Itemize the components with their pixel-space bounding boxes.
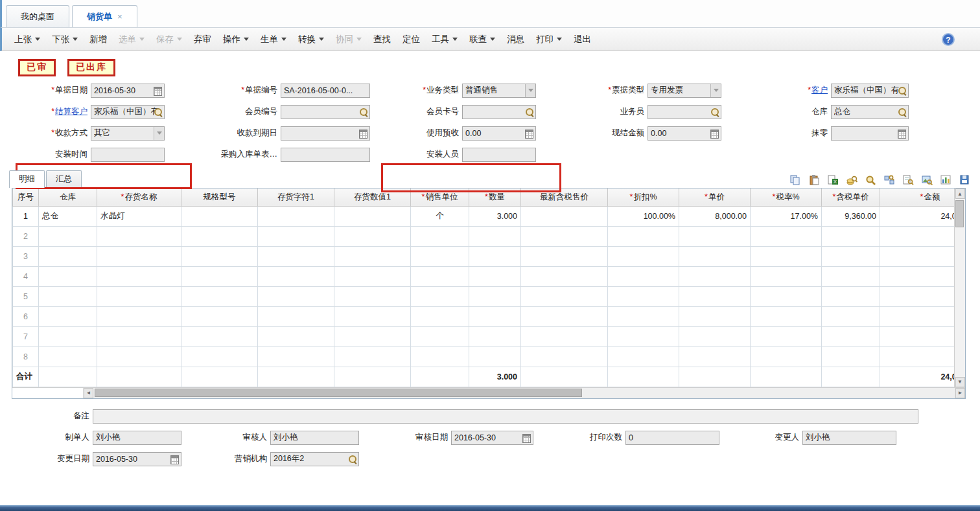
cell[interactable] <box>181 346 258 367</box>
cell[interactable] <box>411 326 469 346</box>
cell[interactable] <box>39 326 97 346</box>
cell[interactable] <box>521 266 608 286</box>
cell[interactable] <box>258 206 334 226</box>
column-header-0[interactable]: 序号 <box>13 188 39 206</box>
cell[interactable] <box>181 206 258 226</box>
cell[interactable] <box>181 266 258 286</box>
pay-method-select[interactable]: 其它 <box>91 126 165 141</box>
cell[interactable] <box>469 286 521 306</box>
cell[interactable] <box>97 266 181 286</box>
vertical-scrollbar[interactable]: ▲ ▼ <box>954 188 965 387</box>
toolbar-item-16[interactable]: 退出 <box>568 30 597 49</box>
cell[interactable] <box>258 286 334 306</box>
maker-field[interactable]: 刘小艳 <box>93 431 181 445</box>
customer-field[interactable]: 家乐福（中国）有 <box>831 84 909 98</box>
toolbar-item-1[interactable]: 下张 <box>46 30 84 49</box>
cell[interactable] <box>469 346 521 367</box>
cell[interactable] <box>822 226 880 246</box>
toolbar-item-11[interactable]: 定位 <box>397 30 426 49</box>
toolbar-item-7[interactable]: 生单 <box>255 30 292 49</box>
install-time-field[interactable] <box>91 148 165 162</box>
cell[interactable] <box>521 346 608 367</box>
cell[interactable] <box>880 286 955 306</box>
rounding-field[interactable] <box>831 126 909 141</box>
toolbar-item-2[interactable]: 新增 <box>84 30 113 49</box>
cell[interactable] <box>181 326 258 346</box>
cell[interactable] <box>39 266 97 286</box>
cell[interactable] <box>608 346 679 367</box>
cell[interactable] <box>181 226 258 246</box>
cell[interactable] <box>469 266 521 286</box>
cell[interactable] <box>334 326 411 346</box>
cell[interactable] <box>751 246 822 266</box>
cell[interactable] <box>39 226 97 246</box>
batch-replace-icon[interactable] <box>883 174 896 186</box>
purchase-in-field[interactable] <box>281 148 370 162</box>
member-no-field[interactable] <box>281 105 370 119</box>
toolbar-item-12[interactable]: 工具 <box>426 30 463 49</box>
cell[interactable] <box>521 206 608 226</box>
cell[interactable] <box>822 266 880 286</box>
invoice-type-select[interactable]: 专用发票 <box>648 84 721 98</box>
cell[interactable]: 8 <box>13 346 39 367</box>
cell[interactable]: 9,360.00 <box>822 206 880 226</box>
find-icon[interactable] <box>864 174 877 186</box>
cell[interactable] <box>608 246 679 266</box>
cell[interactable] <box>411 266 469 286</box>
toolbar-item-14[interactable]: 消息 <box>501 30 530 49</box>
search-icon[interactable] <box>898 87 906 95</box>
customer-label[interactable]: *客户 <box>744 85 831 96</box>
prepaid-field[interactable]: 0.00 <box>462 126 536 141</box>
cell[interactable] <box>822 286 880 306</box>
installer-field[interactable] <box>462 148 536 162</box>
column-header-3[interactable]: 规格型号 <box>181 188 258 206</box>
cell[interactable]: 3.000 <box>469 206 521 226</box>
cell[interactable] <box>521 286 608 306</box>
cell[interactable]: 100.00% <box>608 206 679 226</box>
cell[interactable] <box>679 226 751 246</box>
cell[interactable] <box>679 266 751 286</box>
column-header-8[interactable]: 最新含税售价 <box>521 188 608 206</box>
cell[interactable] <box>751 326 822 346</box>
cell[interactable] <box>822 346 880 367</box>
cell[interactable] <box>608 266 679 286</box>
cell[interactable] <box>97 226 181 246</box>
scroll-right-icon[interactable]: ► <box>955 388 965 398</box>
column-header-2[interactable]: *存货名称 <box>97 188 181 206</box>
export-excel-icon[interactable]: X <box>826 174 839 186</box>
doc-preview-icon[interactable] <box>902 174 915 186</box>
marketing-org-field[interactable]: 2016年2 <box>270 452 359 466</box>
cell[interactable] <box>822 246 880 266</box>
print-count-field[interactable]: 0 <box>625 431 719 445</box>
cell[interactable]: 5 <box>13 286 39 306</box>
settle-customer-label[interactable]: *结算客户 <box>5 106 91 117</box>
cell[interactable]: 6 <box>13 306 39 326</box>
cell[interactable] <box>411 226 469 246</box>
cell[interactable] <box>39 246 97 266</box>
salesman-field[interactable] <box>648 105 721 119</box>
toolbar-item-13[interactable]: 联查 <box>463 30 501 49</box>
copy-icon[interactable] <box>789 174 802 186</box>
column-header-11[interactable]: *税率% <box>751 188 822 206</box>
cell[interactable] <box>258 246 334 266</box>
help-icon[interactable]: ? <box>941 32 955 47</box>
cell[interactable] <box>880 246 955 266</box>
toolbar-item-6[interactable]: 操作 <box>217 30 255 49</box>
cell[interactable] <box>880 346 955 367</box>
cell[interactable] <box>751 266 822 286</box>
column-header-10[interactable]: *单价 <box>679 188 751 206</box>
paste-icon[interactable] <box>808 174 821 186</box>
cash-amount-field[interactable]: 0.00 <box>648 126 721 141</box>
cell[interactable] <box>181 306 258 326</box>
cell[interactable] <box>97 306 181 326</box>
search-icon[interactable] <box>898 108 906 116</box>
cell[interactable] <box>258 326 334 346</box>
cell[interactable] <box>39 346 97 367</box>
vertical-scroll-thumb[interactable] <box>955 200 964 227</box>
search-icon[interactable] <box>526 108 533 116</box>
column-header-7[interactable]: *数量 <box>469 188 521 206</box>
calendar-icon[interactable] <box>522 434 531 443</box>
member-card-field[interactable] <box>462 105 536 119</box>
cell[interactable] <box>469 226 521 246</box>
cell[interactable] <box>334 266 411 286</box>
